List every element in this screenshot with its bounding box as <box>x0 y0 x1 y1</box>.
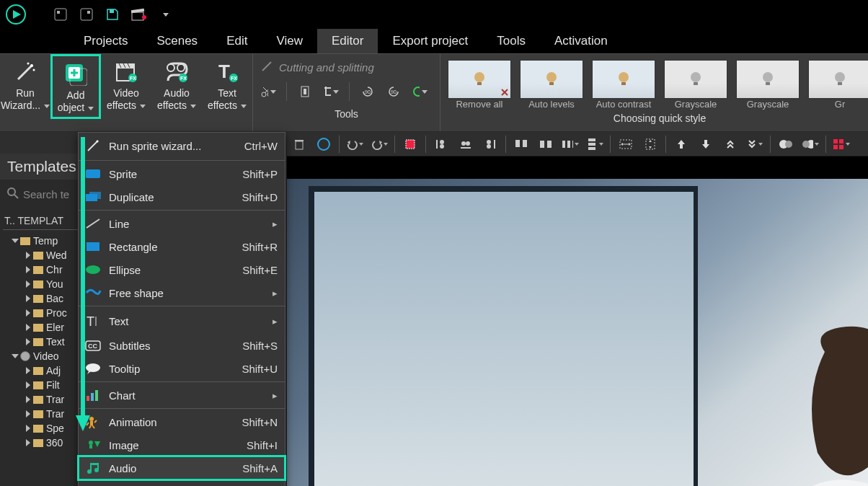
double-up-icon[interactable] <box>722 136 739 153</box>
menu-item-rectangle[interactable]: RectangleShift+R <box>79 235 285 258</box>
svg-text:90: 90 <box>365 89 371 94</box>
style-thumb-1[interactable]: Auto levels <box>520 60 583 110</box>
menu-item-ellipse[interactable]: EllipseShift+E <box>79 258 285 281</box>
menu-item-text[interactable]: TText▸ <box>79 308 285 334</box>
circle-tool[interactable] <box>315 136 332 153</box>
tree-item-10[interactable]: Filt <box>3 378 67 392</box>
ribbon-texteffects[interactable]: TFXTexteffects <box>202 54 252 119</box>
align-top-pair-icon[interactable] <box>513 136 530 153</box>
svg-rect-76 <box>547 141 552 148</box>
svg-rect-109 <box>87 242 99 251</box>
svg-text:CC: CC <box>88 343 97 350</box>
redo-icon[interactable] <box>371 136 388 153</box>
tree-item-11[interactable]: Trar <box>3 392 67 407</box>
menu-item-sprite[interactable]: SpriteShift+P <box>79 162 285 185</box>
save-icon[interactable] <box>104 6 121 23</box>
rotate-ccw-tool[interactable]: 90 <box>360 84 376 100</box>
ribbon-videoeffects[interactable]: FXVideoeffects <box>101 54 151 119</box>
tree-item-6[interactable]: Eler <box>3 320 67 335</box>
menu-item-audio[interactable]: AudioShift+A <box>79 456 285 480</box>
quick-action-1[interactable] <box>52 6 69 23</box>
app-logo[interactable] <box>6 4 26 25</box>
menu-item-run-sprite-wizard-[interactable]: Run sprite wizard...Ctrl+W <box>79 133 285 159</box>
style-thumb-5[interactable]: Gr <box>808 60 868 110</box>
menu-item-line[interactable]: Line▸ <box>79 212 285 235</box>
info-tool[interactable] <box>297 84 313 100</box>
svg-line-122 <box>87 423 89 425</box>
fit-height-icon[interactable] <box>642 136 659 153</box>
tree-item-4[interactable]: Bac <box>3 291 67 306</box>
align-right-icon[interactable] <box>482 136 499 153</box>
menu-edit[interactable]: Edit <box>212 29 262 53</box>
fit-width-icon[interactable] <box>617 136 634 153</box>
svg-point-72 <box>487 144 491 149</box>
align-bottom-icon[interactable] <box>457 136 474 153</box>
person-figure <box>753 323 868 486</box>
tree-item-2[interactable]: Chr <box>3 262 67 277</box>
tree-item-0[interactable]: Temp <box>3 234 67 248</box>
arrow-down-icon[interactable] <box>697 136 714 153</box>
menu-item-subtitles[interactable]: CCSubtitlesShift+S <box>79 334 285 357</box>
search-input[interactable]: Search te <box>23 188 69 200</box>
quick-action-more[interactable] <box>156 6 173 23</box>
style-thumb-3[interactable]: Grayscale <box>664 60 727 110</box>
cutting-splitting-label: Cutting and splitting <box>279 61 374 74</box>
search-icon <box>7 187 19 201</box>
tree-item-14[interactable]: 360 <box>3 436 67 450</box>
svg-rect-118 <box>91 393 94 401</box>
svg-rect-82 <box>588 147 595 150</box>
menu-tools[interactable]: Tools <box>482 29 540 53</box>
ribbon-audioeffects[interactable]: FXAudioeffects <box>151 54 202 119</box>
style-thumb-0[interactable]: Remove all <box>448 60 511 110</box>
rotate-cw-tool[interactable]: 90 <box>386 84 402 100</box>
tree-item-8[interactable]: Video <box>3 349 67 363</box>
svg-point-27 <box>177 64 185 71</box>
menu-scenes[interactable]: Scenes <box>142 29 212 53</box>
menu-item-tooltip[interactable]: TooltipShift+U <box>79 357 285 380</box>
align-middle-pair-icon[interactable] <box>537 136 554 153</box>
menu-item-animation[interactable]: AnimationShift+N <box>79 410 285 433</box>
refresh-tool[interactable] <box>412 84 428 100</box>
quick-action-2[interactable] <box>78 6 95 23</box>
tree-item-1[interactable]: Wed <box>3 248 67 262</box>
style-thumb-4[interactable]: Grayscale <box>736 60 800 110</box>
clapper-icon[interactable] <box>130 6 147 23</box>
menu-item-free-shape[interactable]: Free shape▸ <box>79 281 285 304</box>
menu-export-project[interactable]: Export project <box>378 29 482 53</box>
arrow-up-icon[interactable] <box>673 136 690 153</box>
delete-icon[interactable] <box>291 136 308 153</box>
shape-2-icon[interactable] <box>802 136 819 153</box>
menu-item-video[interactable]: VideoShift+V <box>79 480 285 486</box>
preview-canvas[interactable] <box>287 179 868 486</box>
grid-icon[interactable] <box>833 136 850 153</box>
menu-projects[interactable]: Projects <box>69 29 142 53</box>
menu-activation[interactable]: Activation <box>540 29 622 53</box>
menu-item-image[interactable]: ImageShift+I <box>79 433 285 456</box>
ribbon-addobject[interactable]: Addobject <box>50 54 101 119</box>
svg-point-26 <box>167 64 174 71</box>
distribute-h-icon[interactable] <box>562 136 579 153</box>
tree-item-5[interactable]: Proc <box>3 306 67 320</box>
select-tool[interactable] <box>402 136 419 153</box>
svg-text:T: T <box>218 61 230 82</box>
tree-item-12[interactable]: Trar <box>3 407 67 421</box>
tree-item-13[interactable]: Spe <box>3 421 67 436</box>
tree-item-9[interactable]: Adj <box>3 363 67 378</box>
undo-icon[interactable] <box>346 136 363 153</box>
style-thumb-2[interactable]: Auto contrast <box>592 60 655 110</box>
align-left-icon[interactable] <box>433 136 450 153</box>
svg-marker-128 <box>94 441 100 447</box>
menu-item-duplicate[interactable]: DuplicateShift+D <box>79 185 285 208</box>
menu-editor[interactable]: Editor <box>317 29 378 53</box>
crop-tool[interactable] <box>323 84 339 100</box>
tree-item-3[interactable]: You <box>3 277 67 291</box>
distribute-v-icon[interactable] <box>586 136 603 153</box>
svg-rect-2 <box>55 9 66 20</box>
cut-tool[interactable] <box>260 84 276 100</box>
ribbon-runwizard-[interactable]: RunWizard... <box>0 54 50 119</box>
tree-item-7[interactable]: Text <box>3 335 67 349</box>
menu-item-chart[interactable]: Chart▸ <box>79 384 285 407</box>
shape-1-icon[interactable] <box>777 136 794 153</box>
menu-view[interactable]: View <box>262 29 317 53</box>
double-down-icon[interactable] <box>746 136 763 153</box>
